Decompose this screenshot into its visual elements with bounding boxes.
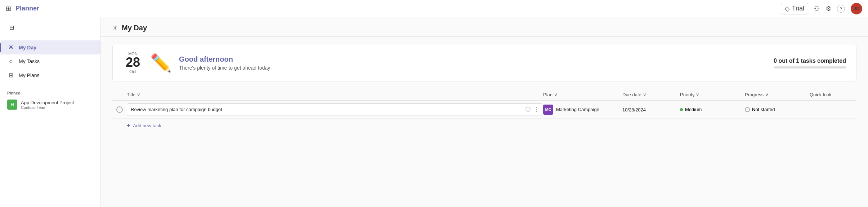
task-title-box[interactable]: Review marketing plan for campaign budge… — [127, 104, 543, 115]
trial-label: Trial — [792, 5, 804, 12]
col-header-quick-look: Quick look — [810, 92, 856, 97]
title-sort-icon: ∨ — [137, 92, 140, 97]
task-stats: 0 out of 1 tasks completed — [774, 58, 846, 69]
sidebar-item-my-plans[interactable]: ⊞ My Plans — [0, 68, 100, 82]
plan-badge: MC — [543, 105, 553, 115]
grid-icon[interactable]: ⊞ — [6, 5, 11, 13]
topbar-left: ⊞ Planner — [6, 5, 39, 13]
priority-sort-icon: ∨ — [696, 92, 699, 97]
avatar[interactable]: JD — [851, 3, 862, 14]
pinned-item-name: App Development Project — [21, 100, 74, 105]
task-title-cell: Review marketing plan for campaign budge… — [127, 104, 543, 115]
sidebar-collapse-section: ⊟ — [0, 17, 100, 38]
task-info-icon[interactable]: ⓘ — [525, 106, 531, 113]
col-plan-label: Plan — [543, 92, 552, 97]
main-content: ☀ My Day MON 28 Oct ✏️ Good afternoon Th… — [101, 0, 868, 207]
col-header-priority[interactable]: Priority ∨ — [680, 92, 745, 97]
trial-diamond-icon: ◇ — [785, 5, 790, 13]
task-complete-checkbox[interactable] — [116, 106, 123, 113]
sidebar-item-label-my-tasks: My Tasks — [19, 58, 40, 64]
task-progress-cell: Not started — [745, 107, 810, 112]
table-row: Review marketing plan for campaign budge… — [112, 101, 856, 119]
col-header-plan[interactable]: Plan ∨ — [543, 92, 622, 97]
add-task-plus-icon: + — [127, 122, 130, 129]
pinned-item-icon: H — [7, 100, 17, 110]
priority-dot — [680, 108, 683, 111]
page-title: My Day — [122, 24, 147, 32]
pencil-emoji: ✏️ — [150, 54, 172, 72]
day-number: 28 — [126, 56, 140, 69]
pinned-item-text: App Development Project Contoso Team — [21, 100, 74, 110]
add-task-row[interactable]: + Add new task — [112, 119, 856, 132]
col-header-check — [112, 92, 127, 97]
topbar-right: ◇ Trial ⚇ ⚙ ? JD — [781, 3, 862, 14]
col-title-label: Title — [127, 92, 135, 97]
sun-icon: ☀ — [7, 44, 14, 51]
sidebar-item-my-tasks[interactable]: ○ My Tasks — [0, 54, 100, 68]
settings-icon[interactable]: ⚙ — [826, 5, 831, 13]
progress-value: Not started — [752, 107, 775, 112]
add-task-label: Add new task — [133, 123, 161, 128]
collapse-icon: ⊟ — [9, 24, 14, 31]
topbar: ⊞ Planner ◇ Trial ⚇ ⚙ ? JD — [0, 0, 868, 17]
col-header-title[interactable]: Title ∨ — [127, 92, 543, 97]
month-label: Oct — [129, 69, 137, 74]
progress-circle-icon — [745, 107, 750, 112]
date-badge: MON 28 Oct — [123, 52, 143, 74]
avatar-initials: JD — [854, 6, 860, 11]
trial-button[interactable]: ◇ Trial — [781, 3, 808, 14]
task-check-cell — [112, 106, 127, 113]
greeting-title: Good afternoon — [179, 55, 766, 63]
plans-icon: ⊞ — [7, 72, 14, 79]
due-date-value: 10/28/2024 — [622, 107, 646, 113]
app-title: Planner — [15, 5, 39, 12]
people-icon[interactable]: ⚇ — [814, 5, 820, 13]
pinned-section-label: Pinned — [0, 85, 100, 97]
task-more-icon[interactable]: ⋮ — [533, 106, 539, 113]
task-count-text: 0 out of 1 tasks completed — [774, 58, 846, 64]
welcome-card: MON 28 Oct ✏️ Good afternoon There's ple… — [112, 44, 856, 82]
collapse-sidebar-button[interactable]: ⊟ — [6, 22, 17, 33]
plan-name: Marketing Campaign — [556, 107, 599, 112]
sidebar-item-label-my-plans: My Plans — [19, 72, 40, 78]
sidebar-nav: ☀ My Day ○ My Tasks ⊞ My Plans — [0, 38, 100, 85]
plan-badge-text: MC — [545, 107, 551, 112]
sidebar-item-my-day[interactable]: ☀ My Day — [0, 40, 100, 54]
task-table: Title ∨ Plan ∨ Due date ∨ Priority ∨ Pro… — [112, 89, 856, 132]
due-date-sort-icon: ∨ — [643, 92, 646, 97]
task-title-text: Review marketing plan for campaign budge… — [131, 107, 523, 112]
col-header-due-date[interactable]: Due date ∨ — [622, 92, 680, 97]
page-header-icon: ☀ — [112, 24, 118, 32]
col-priority-label: Priority — [680, 92, 694, 97]
sidebar-item-label-my-day: My Day — [19, 45, 36, 50]
task-due-date-cell: 10/28/2024 — [622, 106, 680, 113]
task-priority-cell: Medium — [680, 107, 745, 112]
greeting-text: Good afternoon There's plenty of time to… — [179, 55, 766, 71]
col-quick-look-label: Quick look — [810, 92, 832, 97]
table-header: Title ∨ Plan ∨ Due date ∨ Priority ∨ Pro… — [112, 89, 856, 101]
pinned-item-team: Contoso Team — [21, 105, 74, 110]
page-header: ☀ My Day — [101, 17, 868, 37]
progress-sort-icon: ∨ — [765, 92, 769, 97]
col-header-progress[interactable]: Progress ∨ — [745, 92, 810, 97]
task-plan-cell: MC Marketing Campaign — [543, 105, 622, 115]
progress-bar-background — [774, 66, 846, 69]
plan-sort-icon: ∨ — [554, 92, 558, 97]
greeting-subtitle: There's plenty of time to get ahead toda… — [179, 65, 766, 71]
tasks-icon: ○ — [7, 58, 14, 65]
sidebar: ⊟ ☀ My Day ○ My Tasks ⊞ My Plans Pinned … — [0, 0, 101, 207]
col-due-date-label: Due date — [622, 92, 641, 97]
priority-value: Medium — [685, 107, 702, 112]
col-progress-label: Progress — [745, 92, 764, 97]
pinned-item-app-dev[interactable]: H App Development Project Contoso Team — [0, 97, 100, 113]
help-icon[interactable]: ? — [837, 5, 845, 13]
